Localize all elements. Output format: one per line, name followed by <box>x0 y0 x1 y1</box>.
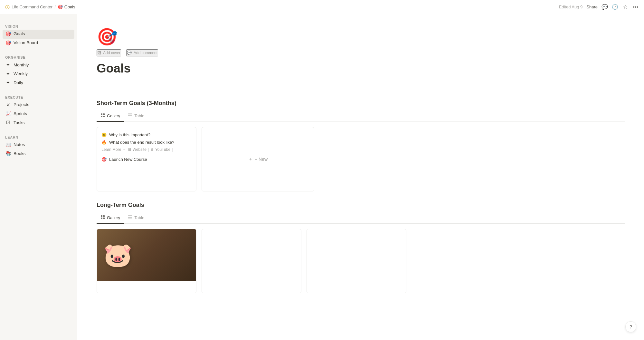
current-page-icon: 🎯 <box>58 5 63 9</box>
long-term-card-2[interactable] <box>202 229 301 293</box>
svg-rect-2 <box>101 113 102 115</box>
favorite-icon[interactable]: ☆ <box>622 4 629 10</box>
current-page-breadcrumb: 🎯 Goals <box>58 5 75 9</box>
short-term-tab-gallery[interactable]: Gallery <box>97 111 124 122</box>
sidebar-item-daily-label: Daily <box>14 80 23 86</box>
weekly-icon: ✦ <box>5 71 11 77</box>
breadcrumb-separator: / <box>54 5 56 9</box>
add-comment-icon: 💬 <box>127 51 132 55</box>
daily-icon: ✦ <box>5 80 11 86</box>
youtube-icon: 🖥 <box>150 147 154 152</box>
sidebar-item-notes-label: Notes <box>14 142 25 148</box>
new-card-button[interactable]: ＋ + New <box>202 127 314 191</box>
card-title-icon: 🎯 <box>101 157 107 162</box>
svg-rect-5 <box>103 116 105 117</box>
sidebar-item-vision-board-label: Vision Board <box>14 40 38 46</box>
monthly-icon: ✦ <box>5 62 11 68</box>
website-link[interactable]: Website <box>133 147 147 152</box>
sidebar-section-organise: Organise <box>3 53 74 61</box>
sidebar-section-execute: Execute <box>3 93 74 101</box>
sidebar-divider-1 <box>5 50 72 50</box>
long-term-card-3[interactable] <box>307 229 406 293</box>
tasks-icon: ☑ <box>5 120 11 126</box>
goals-icon: 🎯 <box>5 31 11 37</box>
notes-icon: 📖 <box>5 142 11 148</box>
svg-rect-4 <box>101 116 102 117</box>
add-cover-button[interactable]: 🖼 Add cover <box>97 49 121 56</box>
long-term-tab-table[interactable]: Table <box>124 212 148 224</box>
svg-point-1 <box>7 6 8 8</box>
svg-rect-7 <box>128 115 132 116</box>
short-term-tab-table[interactable]: Table <box>124 111 148 122</box>
sidebar-divider-2 <box>5 90 72 90</box>
website-icon: 🖥 <box>128 147 131 152</box>
projects-icon: ⚔ <box>5 102 11 108</box>
page-title: Goals <box>97 62 625 75</box>
share-button[interactable]: Share <box>586 5 598 9</box>
gallery-card-launch-course[interactable]: 😐 Why is this important? 🔥 What does the… <box>97 127 196 191</box>
card-title: 🎯 Launch New Course <box>101 154 192 163</box>
sidebar-item-goals[interactable]: 🎯 Goals <box>3 30 74 39</box>
sidebar-item-goals-label: Goals <box>14 31 25 37</box>
sidebar-item-projects[interactable]: ⚔ Projects <box>3 101 74 110</box>
svg-rect-11 <box>101 218 102 219</box>
sidebar-section-vision: Vision <box>3 22 74 30</box>
short-term-gallery: 😐 Why is this important? 🔥 What does the… <box>97 127 625 191</box>
sidebar-item-notes[interactable]: 📖 Notes <box>3 141 74 150</box>
sidebar-item-tasks-label: Tasks <box>14 120 25 126</box>
help-button[interactable]: ? <box>625 321 636 332</box>
edited-timestamp: Edited Aug 9 <box>559 5 583 9</box>
svg-rect-12 <box>103 218 105 219</box>
svg-rect-3 <box>103 113 105 115</box>
long-term-title: Long-Term Goals <box>97 202 625 209</box>
links-prefix: Learn More → <box>101 147 126 152</box>
sidebar-item-books[interactable]: 📚 Books <box>3 149 74 158</box>
long-term-gallery: 🐷 <box>97 229 625 293</box>
card-icon-2: 🔥 <box>101 140 107 145</box>
breadcrumb: Life Command Center / 🎯 Goals <box>5 5 75 9</box>
app-logo <box>5 5 10 9</box>
sidebar-item-monthly[interactable]: ✦ Monthly <box>3 61 74 70</box>
sidebar-item-vision-board[interactable]: 🎯 Vision Board <box>3 39 74 48</box>
sprints-icon: 📈 <box>5 111 11 117</box>
svg-rect-15 <box>128 219 132 219</box>
table-icon <box>128 113 132 119</box>
svg-rect-13 <box>128 215 132 216</box>
piggy-bank-emoji: 🐷 <box>103 241 132 269</box>
navbar: Life Command Center / 🎯 Goals Edited Aug… <box>0 0 644 14</box>
card-row-2: 🔥 What does the end result look like? <box>101 139 192 146</box>
more-icon[interactable]: ••• <box>632 4 639 10</box>
sidebar-item-sprints[interactable]: 📈 Sprints <box>3 110 74 119</box>
add-comment-button[interactable]: 💬 Add comment <box>126 49 158 56</box>
navbar-right: Edited Aug 9 Share 💬 🕐 ☆ ••• <box>559 4 639 10</box>
sidebar-section-learn: Learn <box>3 133 74 141</box>
short-term-tabs: Gallery Table <box>97 111 625 122</box>
sidebar-item-monthly-label: Monthly <box>14 62 29 68</box>
add-cover-icon: 🖼 <box>97 51 101 55</box>
sidebar-divider-3 <box>5 130 72 130</box>
svg-rect-9 <box>101 215 102 217</box>
card-links: Learn More → 🖥 Website | 🖥 YouTube | <box>101 146 192 154</box>
svg-rect-10 <box>103 215 105 217</box>
long-term-section: Long-Term Goals Gallery <box>97 202 625 293</box>
sidebar-item-weekly-label: Weekly <box>14 71 28 77</box>
svg-rect-6 <box>128 113 132 114</box>
new-card-plus-icon: ＋ <box>248 156 253 162</box>
card-cover-image: 🐷 <box>97 229 196 281</box>
comment-icon[interactable]: 💬 <box>601 4 608 10</box>
main-content: 🎯 🖼 Add cover 💬 Add comment Goals Short-… <box>77 14 644 340</box>
page-actions: 🖼 Add cover 💬 Add comment <box>97 49 625 56</box>
link-sep-1: | <box>148 147 149 152</box>
long-term-gallery-icon <box>100 215 105 220</box>
sidebar-item-weekly[interactable]: ✦ Weekly <box>3 70 74 79</box>
long-term-tab-gallery[interactable]: Gallery <box>97 212 124 224</box>
youtube-link[interactable]: YouTube <box>155 147 170 152</box>
history-icon[interactable]: 🕐 <box>612 4 618 10</box>
app-name[interactable]: Life Command Center <box>12 5 52 9</box>
sidebar-item-daily[interactable]: ✦ Daily <box>3 78 74 87</box>
sidebar-item-books-label: Books <box>14 151 26 157</box>
page-header: 🎯 🖼 Add cover 💬 Add comment Goals <box>97 14 625 90</box>
books-icon: 📚 <box>5 151 11 157</box>
long-term-card-1[interactable]: 🐷 <box>97 229 196 293</box>
sidebar-item-tasks[interactable]: ☑ Tasks <box>3 118 74 127</box>
